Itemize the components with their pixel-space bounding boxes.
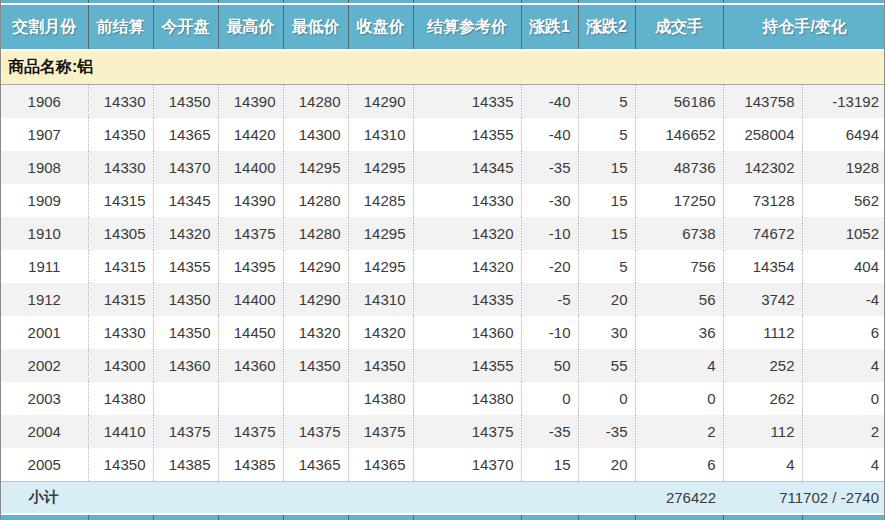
header-change2: 涨跌2 [578,4,635,50]
table-row: 1906 14330 14350 14390 14280 14290 14335… [1,85,885,119]
cell: 14370 [153,151,218,184]
cell: 14360 [218,349,283,382]
cell: 14365 [283,448,348,482]
table-row: 2003 14380 14380 14380 0 0 0 262 0 [1,382,885,415]
cell: 14320 [413,217,521,250]
cell: -40 [521,118,578,151]
cell: 20 [578,448,635,482]
cell: 14355 [153,250,218,283]
cell: 36 [635,316,723,349]
cell: 14380 [348,382,413,415]
cell: 20 [578,283,635,316]
cell: 14375 [283,415,348,448]
cell: 14375 [413,415,521,448]
cell: 50 [521,349,578,382]
cell: 14350 [88,118,153,151]
cell: 14305 [88,217,153,250]
subtotal-open-interest-change: 711702 / -2740 [723,482,885,515]
cell: -13192 [802,85,885,119]
cell: 2 [802,415,885,448]
commodity-name-label: 商品名称:铝 [1,50,885,85]
header-settlement-ref: 结算参考价 [413,4,521,50]
table-row: 2002 14300 14360 14360 14350 14350 14355… [1,349,885,382]
cell: 0 [521,382,578,415]
cell: -5 [521,283,578,316]
cell: 14380 [88,382,153,415]
cell: 5 [578,250,635,283]
table-row: 1910 14305 14320 14375 14280 14295 14320… [1,217,885,250]
cell: 14335 [413,85,521,119]
cell [153,382,218,415]
cell: 14300 [88,349,153,382]
cell: 14320 [153,217,218,250]
cell [283,382,348,415]
header-open-interest-change: 持仓手/变化 [723,4,885,50]
cell-month: 1906 [1,85,88,119]
cell: 14370 [413,448,521,482]
cell: 14310 [348,283,413,316]
cell: 14350 [153,316,218,349]
cell: 14330 [413,184,521,217]
cell: 4 [635,349,723,382]
cell: 14310 [348,118,413,151]
cell: 14290 [283,250,348,283]
cell: -35 [578,415,635,448]
cell: 6 [802,316,885,349]
cell: 14280 [283,184,348,217]
cell: 14350 [153,85,218,119]
cell: 14350 [153,283,218,316]
futures-quotes-page: 交割月份 前结算 今开盘 最高价 最低价 收盘价 结算参考价 涨跌1 涨跌2 成… [0,0,885,520]
header-volume: 成交手 [635,4,723,50]
cell: 1928 [802,151,885,184]
cell: 14400 [218,283,283,316]
cell-month: 2004 [1,415,88,448]
cell: 262 [723,382,802,415]
cell: 112 [723,415,802,448]
cell: 4 [802,349,885,382]
table-header-row: 交割月份 前结算 今开盘 最高价 最低价 收盘价 结算参考价 涨跌1 涨跌2 成… [1,4,885,50]
cell: 15 [578,151,635,184]
cell-month: 1910 [1,217,88,250]
cell: 5 [578,118,635,151]
cell: 73128 [723,184,802,217]
cell: 14280 [283,217,348,250]
cell: 0 [802,382,885,415]
cell: 14350 [348,349,413,382]
table-row: 1907 14350 14365 14420 14300 14310 14355… [1,118,885,151]
header-high: 最高价 [218,4,283,50]
cell: 14365 [153,118,218,151]
cell: 14295 [348,250,413,283]
cell: 14390 [218,184,283,217]
cell: 14395 [218,250,283,283]
header-delivery-month: 交割月份 [1,4,88,50]
cell: -20 [521,250,578,283]
cell: 55 [578,349,635,382]
subtotal-row: 小计 276422 711702 / -2740 [1,482,885,515]
cell: 14375 [348,415,413,448]
table-row: 1912 14315 14350 14400 14290 14310 14335… [1,283,885,316]
cell: 56186 [635,85,723,119]
cell-month: 2002 [1,349,88,382]
cell: 14330 [88,85,153,119]
cell: 14320 [283,316,348,349]
subtotal-label: 小计 [1,482,88,515]
cell: 14360 [413,316,521,349]
cell: 14350 [88,448,153,482]
cell: 15 [521,448,578,482]
cell: 258004 [723,118,802,151]
cell: 146652 [635,118,723,151]
cell-month: 1912 [1,283,88,316]
cell: 14355 [413,349,521,382]
cell-month: 1908 [1,151,88,184]
cell: 14345 [413,151,521,184]
cell: 1052 [802,217,885,250]
futures-quotes-table: 交割月份 前结算 今开盘 最高价 最低价 收盘价 结算参考价 涨跌1 涨跌2 成… [1,0,885,520]
cell: 3742 [723,283,802,316]
cell: 252 [723,349,802,382]
cell: 14400 [218,151,283,184]
header-prev-settlement: 前结算 [88,4,153,50]
subtotal-volume: 276422 [635,482,723,515]
cell: 4 [723,448,802,482]
cell: 14360 [153,349,218,382]
header-change1: 涨跌1 [521,4,578,50]
